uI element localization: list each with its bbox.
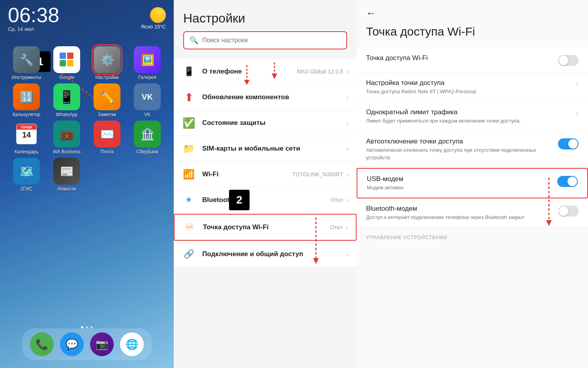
traffic-content: Однократный лимит трафика Лимит будет пр…	[366, 108, 573, 125]
wabusiness-label: WA Business	[53, 149, 81, 155]
app-vk[interactable]: VK VK	[129, 83, 166, 117]
dock: 📞 💬 📷 🌐	[22, 328, 152, 360]
device-management-label: УПРАВЛЕНИЕ УСТРОЙСТВАМИ	[357, 228, 588, 243]
autodisconnect-toggle-wrap[interactable]	[558, 138, 579, 149]
connection-icon: 🔗	[182, 247, 196, 261]
app-whatsapp[interactable]: 📱 WhatsApp	[48, 83, 85, 117]
settings-item-sim[interactable]: 📁 SIM-карты и мобильные сети ›	[174, 136, 357, 162]
hotspot-value: Откл	[330, 224, 342, 230]
tools-label: Инструменты	[12, 75, 41, 80]
hotspot-settings-desc: Точка доступа Redmi Note 8T | WPA2-Perso…	[366, 88, 573, 95]
app-calc[interactable]: 🔢 Калькулятор	[8, 83, 45, 117]
bluetooth-label: Bluetooth	[202, 196, 331, 204]
detail-section-main: Точка доступа Wi-Fi Настройка точки дост…	[357, 48, 588, 228]
detail-item-traffic[interactable]: Однократный лимит трафика Лимит будет пр…	[357, 102, 588, 131]
settings-icon: ⚙️	[94, 46, 120, 73]
wabusiness-icon: 💼	[53, 121, 80, 147]
usb-toggle-wrap[interactable]	[557, 176, 578, 187]
usb-toggle[interactable]	[557, 176, 578, 187]
search-box[interactable]: 🔍	[183, 31, 347, 49]
vk-label: VK	[144, 112, 150, 117]
home-date: Ср, 14 июл	[8, 26, 59, 32]
security-label: Состояние защиты	[202, 119, 346, 127]
mail-icon: ✉️	[94, 121, 120, 147]
calc-label: Калькулятор	[13, 112, 40, 117]
security-icon: ✅	[182, 116, 196, 130]
usb-toggle-knob	[567, 177, 577, 186]
app-calendar[interactable]: Среда 14 Календарь	[8, 121, 45, 155]
app-tools[interactable]: 🔧 Инструменты	[8, 46, 45, 80]
google-label: Google	[59, 75, 75, 80]
usb-desc: Модем активен	[367, 184, 551, 191]
wifi-toggle-switch[interactable]	[558, 55, 579, 66]
usb-title: USB-модем	[367, 175, 551, 183]
2gis-label: 2ГИС	[21, 186, 32, 192]
bt-modem-desc: Доступ к интернет-подключению телефона ч…	[366, 214, 552, 221]
settings-item-security[interactable]: ✅ Состояние защиты ›	[174, 110, 357, 136]
settings-header: Настройки 🔍	[174, 0, 357, 56]
app-empty1	[88, 158, 126, 192]
news-icon: 📰	[53, 158, 80, 185]
sim-label: SIM-карты и мобильные сети	[202, 145, 346, 153]
wifi-hotspot-toggle[interactable]	[558, 55, 579, 66]
app-empty2	[129, 158, 166, 192]
settings-item-bluetooth[interactable]: ✴ Bluetooth Откл ›	[174, 187, 357, 213]
update-icon: ⬆	[182, 90, 196, 104]
app-mail[interactable]: ✉️ Почта	[88, 121, 126, 155]
app-sberbank[interactable]: 🏦 СберБанк	[129, 121, 166, 155]
weather-icon	[150, 7, 166, 23]
detail-item-hotspot-settings[interactable]: Настройка точки доступа Точка доступа Re…	[357, 73, 588, 102]
hotspot-settings-content: Настройка точки доступа Точка доступа Re…	[366, 79, 573, 95]
news-label: Новости	[58, 186, 76, 192]
detail-item-wifi-toggle: Точка доступа Wi-Fi	[357, 48, 588, 73]
detail-item-autodisconnect: Автоотключение точки доступа Автоматичес…	[357, 131, 588, 168]
home-screen: 06:38 Ср, 14 июл Ясно 15°C 1 🔧 Инструмен…	[0, 0, 174, 368]
app-settings[interactable]: ⚙️ Настройки	[88, 46, 126, 80]
detail-wifi-title: Точка доступа Wi-Fi	[366, 54, 552, 62]
settings-item-wifi[interactable]: 📶 Wi-Fi TOTOLINK_N300RT ›	[174, 162, 357, 187]
app-wabusiness[interactable]: 💼 WA Business	[48, 121, 85, 155]
settings-item-update[interactable]: ⬆ Обновление компонентов ›	[174, 85, 357, 110]
app-google[interactable]: Google	[48, 46, 85, 80]
usb-content: USB-модем Модем активен	[367, 175, 551, 191]
calc-icon: 🔢	[13, 83, 40, 110]
sim-icon: 📁	[182, 142, 196, 156]
autodisconnect-title: Автоотключение точки доступа	[366, 138, 552, 145]
settings-label: Настройки	[96, 75, 119, 80]
detail-panel: ← Точка доступа Wi-Fi Точка доступа Wi-F…	[357, 0, 588, 368]
autodisconnect-knob	[568, 139, 578, 149]
autodisconnect-toggle[interactable]	[558, 138, 579, 149]
hotspot-settings-title: Настройка точки доступа	[366, 79, 573, 87]
about-chevron: ›	[346, 68, 349, 76]
vk-icon: VK	[134, 83, 161, 110]
bluetooth-chevron: ›	[346, 196, 349, 204]
bt-modem-toggle[interactable]	[558, 206, 579, 217]
detail-title: Точка доступа Wi-Fi	[357, 23, 588, 48]
detail-item-bt-modem: Bluetooth-модем Доступ к интернет-подклю…	[357, 198, 588, 228]
settings-item-about[interactable]: 📱 О телефоне MIUI Global 12.0.8 ›	[174, 59, 357, 85]
dock-phone[interactable]: 📞	[30, 332, 54, 356]
dock-sms[interactable]: 💬	[60, 332, 84, 356]
dock-chrome[interactable]: 🌐	[120, 332, 144, 356]
hotspot-text: Точка доступа Wi-Fi	[203, 223, 330, 231]
dock-camera[interactable]: 📷	[90, 332, 114, 356]
detail-item-usb: USB-модем Модем активен 4	[357, 168, 588, 198]
hotspot-label: Точка доступа Wi-Fi	[203, 223, 330, 231]
app-gallery[interactable]: 🖼️ Галерея	[129, 46, 166, 80]
search-input[interactable]	[202, 37, 341, 44]
settings-item-connection[interactable]: 🔗 Подключение и общий доступ ›	[174, 242, 357, 267]
connection-chevron: ›	[346, 250, 349, 259]
notes-label: Заметки	[98, 112, 116, 117]
weather-text: Ясно 15°C	[141, 24, 166, 30]
app-2gis[interactable]: 🗺️ 2ГИС	[8, 158, 45, 192]
app-notes[interactable]: ✏️ Заметки	[88, 83, 126, 117]
bt-modem-toggle-wrap[interactable]	[558, 206, 579, 217]
gallery-icon: 🖼️	[134, 46, 161, 73]
hotspot-settings-chevron: ›	[576, 80, 579, 88]
settings-item-hotspot[interactable]: ♾ Точка доступа Wi-Fi Откл ›	[174, 214, 357, 241]
back-button[interactable]: ←	[357, 0, 588, 23]
wifi-value: TOTOLINK_N300RT	[292, 171, 343, 177]
app-news[interactable]: 📰 Новости	[48, 158, 85, 192]
wifi-label: Wi-Fi	[202, 170, 292, 178]
bluetooth-text: Bluetooth	[202, 196, 331, 204]
